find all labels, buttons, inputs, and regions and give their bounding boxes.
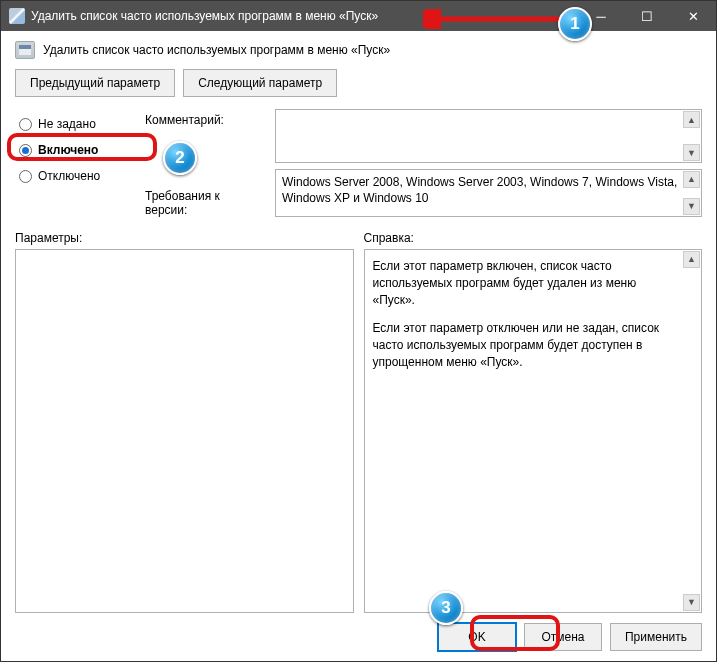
help-pane: Если этот параметр включен, список часто… — [364, 249, 703, 613]
radio-enabled[interactable]: Включено — [15, 139, 135, 161]
params-pane — [15, 249, 354, 613]
titlebar: Удалить список часто используемых програ… — [1, 1, 716, 31]
comment-field[interactable]: ▲ ▼ — [275, 109, 702, 163]
scroll-down-icon[interactable]: ▼ — [683, 198, 700, 215]
policy-icon — [15, 41, 35, 59]
step-badge-2: 2 — [163, 141, 197, 175]
subtitle-row: Удалить список часто используемых програ… — [15, 41, 702, 59]
supported-on-field: Windows Server 2008, Windows Server 2003… — [275, 169, 702, 217]
right-column: ▲ ▼ Windows Server 2008, Windows Server … — [275, 109, 702, 217]
comment-label: Комментарий: — [145, 113, 265, 127]
previous-setting-button[interactable]: Предыдущий параметр — [15, 69, 175, 97]
radio-label: Отключено — [38, 169, 100, 183]
close-button[interactable]: ✕ — [670, 1, 716, 31]
scroll-up-icon[interactable]: ▲ — [683, 171, 700, 188]
supported-label: Требования к версии: — [145, 189, 265, 217]
scroll-up-icon[interactable]: ▲ — [683, 251, 700, 268]
content-area: Удалить список часто используемых програ… — [1, 31, 716, 661]
radio-label: Включено — [38, 143, 98, 157]
step-badge-1: 1 — [558, 7, 592, 41]
cancel-button[interactable]: Отмена — [524, 623, 602, 651]
scroll-up-icon[interactable]: ▲ — [683, 111, 700, 128]
supported-on-text: Windows Server 2008, Windows Server 2003… — [282, 175, 677, 205]
upper-settings: Не задано Включено Отключено 2 Комментар… — [15, 109, 702, 217]
help-label: Справка: — [364, 231, 703, 245]
help-paragraph: Если этот параметр включен, список часто… — [373, 258, 680, 308]
radio-disabled[interactable]: Отключено — [15, 165, 135, 187]
dialog-button-bar: 3 OK Отмена Применить — [15, 613, 702, 651]
policy-subtitle: Удалить список часто используемых програ… — [43, 43, 390, 57]
pane-labels: Параметры: Справка: — [15, 231, 702, 245]
maximize-button[interactable]: ☐ — [624, 1, 670, 31]
scroll-down-icon[interactable]: ▼ — [683, 144, 700, 161]
params-label: Параметры: — [15, 231, 354, 245]
panes-row: Если этот параметр включен, список часто… — [15, 249, 702, 613]
apply-button[interactable]: Применить — [610, 623, 702, 651]
next-setting-button[interactable]: Следующий параметр — [183, 69, 337, 97]
window-title: Удалить список часто используемых програ… — [31, 9, 578, 23]
nav-buttons: Предыдущий параметр Следующий параметр — [15, 69, 702, 97]
radio-column: Не задано Включено Отключено 2 — [15, 109, 135, 217]
radio-not-configured[interactable]: Не задано — [15, 113, 135, 135]
ok-button[interactable]: OK — [438, 623, 516, 651]
step-badge-3: 3 — [429, 591, 463, 625]
radio-icon — [19, 118, 32, 131]
app-icon — [9, 8, 25, 24]
radio-icon — [19, 170, 32, 183]
policy-editor-window: Удалить список часто используемых програ… — [0, 0, 717, 662]
radio-icon — [19, 144, 32, 157]
help-paragraph: Если этот параметр отключен или не задан… — [373, 320, 680, 370]
radio-label: Не задано — [38, 117, 96, 131]
scroll-down-icon[interactable]: ▼ — [683, 594, 700, 611]
